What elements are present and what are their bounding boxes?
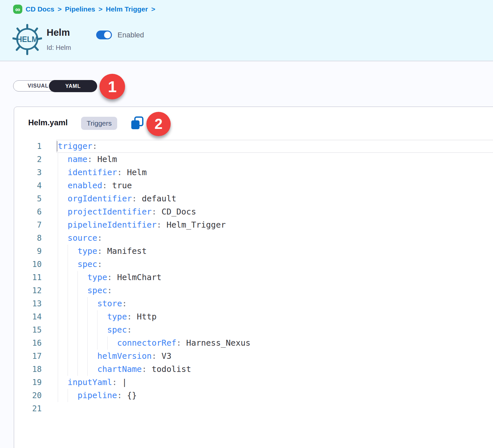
trigger-id: Id: Helm	[47, 44, 71, 51]
code-text: helmVersion: V3	[58, 350, 493, 363]
indent-guide	[68, 336, 68, 350]
triggers-badge: Triggers	[81, 117, 117, 130]
code-line[interactable]: 7 pipelineIdentifier: Helm_Trigger	[14, 218, 493, 232]
pipeline-infinity-icon: ∞	[13, 5, 22, 14]
line-number: 16	[14, 338, 58, 348]
code-text: trigger:	[58, 140, 493, 153]
code-line[interactable]: 3 identifier: Helm	[14, 166, 493, 179]
indent-guide	[58, 376, 58, 389]
indent-guide	[58, 297, 58, 310]
indent-guide	[77, 310, 78, 323]
line-number: 18	[14, 365, 58, 374]
code-line[interactable]: 4 enabled: true	[14, 179, 493, 192]
indent-guide	[77, 271, 78, 284]
code-text: type: HelmChart	[58, 271, 493, 284]
line-number: 10	[14, 260, 58, 269]
code-line[interactable]: 1trigger:	[14, 140, 493, 153]
code-line[interactable]: 20 pipeline: {}	[14, 389, 493, 402]
code-text: type: Manifest	[58, 245, 493, 258]
breadcrumb-project[interactable]: CD Docs	[26, 5, 54, 13]
indent-guide	[77, 323, 78, 336]
indent-guide	[77, 297, 78, 310]
page-header: ∞ CD Docs > Pipelines > Helm Trigger > H…	[0, 0, 493, 61]
code-text: source:	[58, 232, 493, 245]
code-text: name: Helm	[58, 153, 493, 166]
code-line[interactable]: 12 spec:	[14, 284, 493, 297]
code-line[interactable]: 11 type: HelmChart	[14, 271, 493, 284]
copy-icon[interactable]	[130, 116, 145, 131]
code-line[interactable]: 16 connectorRef: Harness_Nexus	[14, 336, 493, 350]
code-line[interactable]: 15 spec:	[14, 323, 493, 336]
code-line[interactable]: 8 source:	[14, 232, 493, 245]
code-text: enabled: true	[58, 179, 493, 192]
view-mode-switch: VISUAL YAML	[13, 80, 97, 92]
indent-guide	[68, 310, 68, 323]
indent-guide	[58, 179, 58, 192]
line-number: 19	[14, 378, 58, 387]
indent-guide	[77, 350, 78, 363]
code-text: identifier: Helm	[58, 166, 493, 179]
indent-guide	[58, 389, 58, 402]
line-number: 12	[14, 286, 58, 295]
code-text: pipelineIdentifier: Helm_Trigger	[58, 218, 493, 232]
indent-guide	[58, 245, 58, 258]
indent-guide	[87, 363, 88, 376]
code-line[interactable]: 9 type: Manifest	[14, 245, 493, 258]
indent-guide	[77, 363, 78, 376]
indent-guide	[58, 192, 58, 205]
code-line[interactable]: 14 type: Http	[14, 310, 493, 323]
yaml-file-name: Helm.yaml	[28, 118, 68, 127]
indent-guide	[97, 310, 97, 323]
line-number: 5	[14, 194, 58, 203]
code-line[interactable]: 5 orgIdentifier: default	[14, 192, 493, 205]
line-number: 9	[14, 247, 58, 256]
indent-guide	[58, 323, 58, 336]
code-line[interactable]: 17 helmVersion: V3	[14, 350, 493, 363]
toggle-state-label: Enabled	[118, 31, 144, 39]
indent-guide	[77, 336, 78, 350]
code-line[interactable]: 6 projectIdentifier: CD_Docs	[14, 205, 493, 218]
current-line-highlight	[56, 140, 493, 153]
indent-guide	[87, 336, 88, 350]
enabled-toggle[interactable]	[96, 31, 112, 39]
line-number: 15	[14, 325, 58, 335]
code-text: chartName: todolist	[58, 363, 493, 376]
indent-guide	[107, 336, 108, 350]
indent-guide	[58, 310, 58, 323]
code-line[interactable]: 10 spec:	[14, 258, 493, 271]
annotation-step-2: 2	[146, 112, 171, 136]
breadcrumb-helm-trigger[interactable]: Helm Trigger	[106, 5, 148, 13]
code-line[interactable]: 19 inputYaml: |	[14, 376, 493, 389]
line-number: 13	[14, 299, 58, 308]
code-text: store:	[58, 297, 493, 310]
indent-guide	[68, 271, 68, 284]
code-line[interactable]: 18 chartName: todolist	[14, 363, 493, 376]
page-title: Helm	[47, 27, 70, 38]
code-line[interactable]: 21	[14, 402, 493, 415]
indent-guide	[68, 245, 68, 258]
indent-guide	[68, 389, 68, 402]
line-number: 7	[14, 220, 58, 230]
indent-guide	[58, 336, 58, 350]
breadcrumb-pipelines[interactable]: Pipelines	[65, 5, 95, 13]
indent-guide	[58, 271, 58, 284]
indent-guide	[68, 258, 68, 271]
line-number: 3	[14, 168, 58, 177]
toggle-knob	[104, 31, 111, 38]
indent-guide	[58, 153, 58, 166]
code-text	[58, 402, 493, 415]
line-number: 20	[14, 391, 58, 400]
indent-guide	[68, 284, 68, 297]
indent-guide	[68, 297, 68, 310]
code-line[interactable]: 13 store:	[14, 297, 493, 310]
code-text: connectorRef: Harness_Nexus	[58, 336, 493, 350]
breadcrumb-separator: >	[58, 5, 62, 13]
code-text: pipeline: {}	[58, 389, 493, 402]
tab-yaml[interactable]: YAML	[49, 80, 97, 92]
code-text: inputYaml: |	[58, 376, 493, 389]
code-lines[interactable]: 1trigger:2 name: Helm3 identifier: Helm4…	[14, 140, 493, 415]
indent-guide	[87, 297, 88, 310]
indent-guide	[68, 323, 68, 336]
code-line[interactable]: 2 name: Helm	[14, 153, 493, 166]
indent-guide	[58, 232, 58, 245]
